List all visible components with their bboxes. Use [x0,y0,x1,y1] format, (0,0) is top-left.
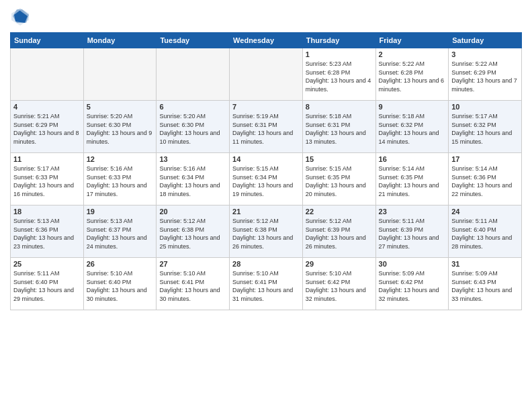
day-info: Sunrise: 5:09 AMSunset: 6:43 PMDaylight:… [451,269,519,303]
col-header-sunday: Sunday [11,33,84,48]
day-number: 25 [13,260,81,268]
col-header-friday: Friday [375,33,449,48]
day-info: Sunrise: 5:10 AMSunset: 6:41 PMDaylight:… [159,269,226,303]
day-info: Sunrise: 5:16 AMSunset: 6:34 PMDaylight:… [159,165,226,198]
day-number: 30 [379,260,446,268]
day-info: Sunrise: 5:11 AMSunset: 6:40 PMDaylight:… [13,269,81,303]
calendar-cell: 26Sunrise: 5:10 AMSunset: 6:40 PMDayligh… [83,258,157,310]
day-number: 9 [379,103,446,111]
calendar-cell: 7Sunrise: 5:19 AMSunset: 6:31 PMDaylight… [230,101,303,153]
calendar-cell: 11Sunrise: 5:17 AMSunset: 6:33 PMDayligh… [11,153,84,205]
day-number: 4 [13,103,81,111]
week-row-3: 11Sunrise: 5:17 AMSunset: 6:33 PMDayligh… [11,153,522,205]
day-number: 31 [451,260,519,268]
day-number: 17 [451,155,519,163]
day-number: 23 [379,208,446,216]
day-number: 20 [159,208,226,216]
col-header-tuesday: Tuesday [157,33,230,48]
calendar-cell: 25Sunrise: 5:11 AMSunset: 6:40 PMDayligh… [11,258,84,310]
calendar-cell: 18Sunrise: 5:13 AMSunset: 6:36 PMDayligh… [11,205,84,258]
calendar-cell: 2Sunrise: 5:22 AMSunset: 6:28 PMDaylight… [375,48,449,101]
day-info: Sunrise: 5:19 AMSunset: 6:31 PMDaylight:… [232,112,300,146]
calendar-cell: 3Sunrise: 5:22 AMSunset: 6:29 PMDaylight… [449,48,522,101]
day-info: Sunrise: 5:11 AMSunset: 6:40 PMDaylight:… [451,217,519,250]
calendar-cell [230,48,303,101]
day-number: 8 [306,103,373,111]
calendar-cell: 12Sunrise: 5:16 AMSunset: 6:33 PMDayligh… [83,153,157,205]
logo [10,7,33,27]
day-info: Sunrise: 5:22 AMSunset: 6:28 PMDaylight:… [379,60,446,93]
calendar-cell: 14Sunrise: 5:15 AMSunset: 6:34 PMDayligh… [230,153,303,205]
col-header-wednesday: Wednesday [230,33,303,48]
day-number: 11 [13,155,81,163]
calendar-cell: 31Sunrise: 5:09 AMSunset: 6:43 PMDayligh… [449,258,522,310]
day-info: Sunrise: 5:17 AMSunset: 6:33 PMDaylight:… [13,165,81,198]
day-number: 10 [451,103,519,111]
week-row-2: 4Sunrise: 5:21 AMSunset: 6:29 PMDaylight… [11,101,522,153]
calendar-cell [157,48,230,101]
calendar-cell: 20Sunrise: 5:12 AMSunset: 6:38 PMDayligh… [157,205,230,258]
day-info: Sunrise: 5:10 AMSunset: 6:41 PMDaylight:… [232,269,300,303]
day-info: Sunrise: 5:18 AMSunset: 6:32 PMDaylight:… [379,112,446,146]
calendar-cell: 30Sunrise: 5:09 AMSunset: 6:42 PMDayligh… [375,258,449,310]
calendar-cell: 21Sunrise: 5:12 AMSunset: 6:38 PMDayligh… [230,205,303,258]
day-info: Sunrise: 5:21 AMSunset: 6:29 PMDaylight:… [13,112,81,146]
day-info: Sunrise: 5:09 AMSunset: 6:42 PMDaylight:… [379,269,446,303]
day-info: Sunrise: 5:20 AMSunset: 6:30 PMDaylight:… [159,112,226,146]
day-info: Sunrise: 5:16 AMSunset: 6:33 PMDaylight:… [87,165,154,198]
calendar-cell: 9Sunrise: 5:18 AMSunset: 6:32 PMDaylight… [375,101,449,153]
day-info: Sunrise: 5:12 AMSunset: 6:38 PMDaylight:… [159,217,226,250]
calendar-cell: 24Sunrise: 5:11 AMSunset: 6:40 PMDayligh… [449,205,522,258]
day-info: Sunrise: 5:10 AMSunset: 6:40 PMDaylight:… [87,269,154,303]
day-number: 19 [87,208,154,216]
day-number: 22 [306,208,373,216]
day-info: Sunrise: 5:20 AMSunset: 6:30 PMDaylight:… [87,112,154,146]
calendar-cell [11,48,84,101]
day-number: 13 [159,155,226,163]
day-info: Sunrise: 5:11 AMSunset: 6:39 PMDaylight:… [379,217,446,250]
day-info: Sunrise: 5:22 AMSunset: 6:29 PMDaylight:… [451,60,519,93]
page: SundayMondayTuesdayWednesdayThursdayFrid… [0,0,532,411]
calendar-cell: 22Sunrise: 5:12 AMSunset: 6:39 PMDayligh… [302,205,375,258]
day-info: Sunrise: 5:14 AMSunset: 6:35 PMDaylight:… [379,165,446,198]
calendar-cell: 13Sunrise: 5:16 AMSunset: 6:34 PMDayligh… [157,153,230,205]
calendar-cell: 8Sunrise: 5:18 AMSunset: 6:31 PMDaylight… [302,101,375,153]
calendar-cell: 17Sunrise: 5:14 AMSunset: 6:36 PMDayligh… [449,153,522,205]
calendar-cell: 5Sunrise: 5:20 AMSunset: 6:30 PMDaylight… [83,101,157,153]
day-number: 29 [306,260,373,268]
day-number: 18 [13,208,81,216]
day-number: 12 [87,155,154,163]
day-info: Sunrise: 5:13 AMSunset: 6:37 PMDaylight:… [87,217,154,250]
day-info: Sunrise: 5:14 AMSunset: 6:36 PMDaylight:… [451,165,519,198]
day-info: Sunrise: 5:23 AMSunset: 6:28 PMDaylight:… [306,60,373,93]
calendar-cell: 29Sunrise: 5:10 AMSunset: 6:42 PMDayligh… [302,258,375,310]
day-number: 28 [232,260,300,268]
calendar-cell [83,48,157,101]
day-info: Sunrise: 5:15 AMSunset: 6:35 PMDaylight:… [306,165,373,198]
calendar-table: SundayMondayTuesdayWednesdayThursdayFrid… [10,32,522,310]
calendar-header-row: SundayMondayTuesdayWednesdayThursdayFrid… [11,33,522,48]
col-header-monday: Monday [83,33,157,48]
day-number: 2 [379,50,446,58]
day-number: 3 [451,50,519,58]
day-info: Sunrise: 5:18 AMSunset: 6:31 PMDaylight:… [306,112,373,146]
week-row-1: 1Sunrise: 5:23 AMSunset: 6:28 PMDaylight… [11,48,522,101]
calendar-cell: 19Sunrise: 5:13 AMSunset: 6:37 PMDayligh… [83,205,157,258]
day-number: 14 [232,155,300,163]
day-number: 24 [451,208,519,216]
logo-icon [10,7,30,27]
calendar-cell: 6Sunrise: 5:20 AMSunset: 6:30 PMDaylight… [157,101,230,153]
calendar-cell: 27Sunrise: 5:10 AMSunset: 6:41 PMDayligh… [157,258,230,310]
day-number: 5 [87,103,154,111]
col-header-saturday: Saturday [449,33,522,48]
day-number: 16 [379,155,446,163]
day-number: 1 [306,50,373,58]
calendar-cell: 4Sunrise: 5:21 AMSunset: 6:29 PMDaylight… [11,101,84,153]
day-number: 6 [159,103,226,111]
calendar-cell: 10Sunrise: 5:17 AMSunset: 6:32 PMDayligh… [449,101,522,153]
header [10,7,522,27]
day-info: Sunrise: 5:12 AMSunset: 6:39 PMDaylight:… [306,217,373,250]
calendar-cell: 1Sunrise: 5:23 AMSunset: 6:28 PMDaylight… [302,48,375,101]
calendar-cell: 23Sunrise: 5:11 AMSunset: 6:39 PMDayligh… [375,205,449,258]
calendar-cell: 16Sunrise: 5:14 AMSunset: 6:35 PMDayligh… [375,153,449,205]
